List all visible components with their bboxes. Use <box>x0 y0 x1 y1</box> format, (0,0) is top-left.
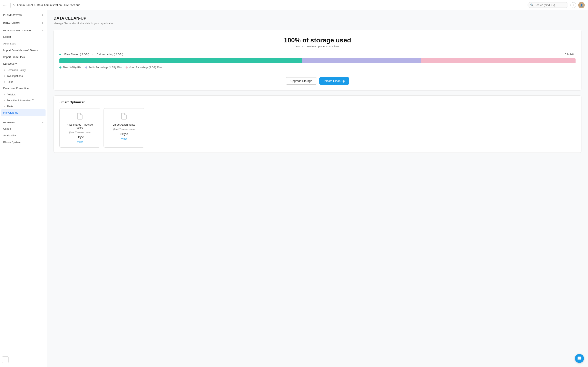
sidebar-section-reports-label: REPORTS <box>3 121 15 124</box>
sidebar-item-sensitive-info[interactable]: Sensitive Information T... <box>0 98 47 103</box>
sidebar-item-import-teams-label: Import From Microsoft Teams <box>3 49 38 52</box>
file-icon-large <box>120 113 128 122</box>
sidebar-item-sensitive-label: Sensitive Information T... <box>7 99 35 102</box>
sidebar-item-investigations[interactable]: Investigations <box>0 73 47 79</box>
sidebar-item-phone-system[interactable]: Phone System <box>0 139 47 146</box>
breakdown-files-dot <box>60 67 61 68</box>
chat-icon <box>577 356 582 361</box>
legend-bullet: • <box>93 53 94 56</box>
sidebar-item-import-slack[interactable]: Import From Slack <box>0 54 47 60</box>
sidebar-section-reports-toggle[interactable]: − <box>42 121 43 124</box>
sidebar-section-integration-toggle[interactable]: + <box>42 21 43 25</box>
sidebar-item-dlp[interactable]: Data Loss Prevention <box>0 85 47 92</box>
large-attachments-subtitle: (Last 2 weeks data) <box>113 128 135 131</box>
sidebar-section-data-admin: DATA ADMINISTRATION − <box>0 26 47 33</box>
topbar: ≡/... ⌂ Admin Panel > Data Administratio… <box>0 0 588 10</box>
bar-audio <box>302 58 421 63</box>
optimizer-title: Smart Optimizer <box>60 100 576 104</box>
large-attachments-view-link[interactable]: View <box>121 137 127 140</box>
large-attachments-title: Large Attachments <box>113 123 135 126</box>
sidebar-item-policies[interactable]: Policies <box>0 92 47 98</box>
sidebar-section-data-toggle[interactable]: − <box>42 29 43 32</box>
sidebar-item-audit-label: Audit Logs <box>3 42 16 45</box>
initiate-cleanup-button[interactable]: Initiate Clean-up <box>319 77 349 85</box>
layout: PHONE SYSTEM + INTEGRATION + DATA ADMINI… <box>0 10 588 367</box>
sidebar-item-import-slack-label: Import From Slack <box>3 55 25 58</box>
breadcrumb-root[interactable]: Admin Panel <box>17 3 33 7</box>
sidebar-item-file-cleanup[interactable]: File Cleanup <box>1 109 45 116</box>
sidebar-item-alerts[interactable]: Alerts <box>0 103 47 109</box>
avatar[interactable]: 👤 <box>578 2 585 8</box>
storage-bar <box>60 58 576 63</box>
sidebar-item-audit-logs[interactable]: Audit Logs <box>0 40 47 47</box>
sidebar: PHONE SYSTEM + INTEGRATION + DATA ADMINI… <box>0 10 47 367</box>
upgrade-storage-button[interactable]: Upgrade Storage <box>286 77 317 85</box>
sidebar-section-integration: INTEGRATION + <box>0 18 47 26</box>
breakdown-audio: Audio Recordings (1 GB) 23% <box>85 66 121 69</box>
storage-subtext: You can now free up your space here <box>60 45 576 48</box>
breakdown-video-dot <box>126 67 128 68</box>
breadcrumb-separator: > <box>34 3 36 7</box>
storage-percent: 100% of storage used <box>60 36 576 44</box>
breakdown-video: Video Recordings (2 GB) 30% <box>126 66 162 69</box>
sidebar-section-phone-toggle[interactable]: + <box>42 13 43 17</box>
large-attachments-value: 0 Byte <box>120 132 128 136</box>
breakdown-audio-dot <box>85 67 87 68</box>
sidebar-item-usage-label: Usage <box>3 127 11 130</box>
sidebar-section-data-label: DATA ADMINISTRATION <box>3 29 31 32</box>
breadcrumb-current: Data Administration - File Cleanup <box>37 3 80 7</box>
sidebar-item-phone-label: Phone System <box>3 141 21 144</box>
bar-video <box>421 58 576 63</box>
sidebar-item-export-label: Export <box>3 35 11 38</box>
sidebar-item-retention-policy[interactable]: Retention Policy <box>0 67 47 73</box>
breakdown-files-label: Files (3 GB) 47% <box>63 66 81 69</box>
storage-card: 100% of storage used You can now free up… <box>53 30 581 91</box>
sidebar-section-integration-label: INTEGRATION <box>3 22 20 24</box>
sidebar-item-policies-label: Policies <box>7 93 16 96</box>
files-dot <box>60 54 61 55</box>
call-recording-label: Call recording ( 2 GB ) <box>97 53 123 56</box>
storage-legend: Files Shared ( 3 GB ) • Call recording (… <box>60 53 576 56</box>
search-box[interactable]: 🔍 <box>527 2 568 8</box>
optimizer-section: Smart Optimizer Files shared - Inactive … <box>53 95 581 153</box>
inactive-users-subtitle: (Last 2 weeks data) <box>69 131 91 134</box>
collapse-icon: ← <box>4 358 7 361</box>
storage-actions: Upgrade Storage Initiate Clean-up <box>60 77 576 85</box>
sidebar-item-file-cleanup-label: File Cleanup <box>3 111 18 114</box>
search-icon: 🔍 <box>530 3 534 7</box>
sidebar-section-phone-system: PHONE SYSTEM + <box>0 10 47 18</box>
help-button[interactable]: ? <box>571 2 576 8</box>
search-input[interactable] <box>535 3 563 7</box>
chat-button[interactable] <box>575 354 584 363</box>
inactive-users-value: 0 Byte <box>76 135 84 139</box>
sidebar-item-ediscovery-label: EDiscovery <box>3 62 17 65</box>
optimizer-card-large-attachments: Large Attachments (Last 2 weeks data) 0 … <box>104 108 144 148</box>
page-subtitle: Manage files and optimize data in your o… <box>53 22 581 25</box>
home-icon[interactable]: ⌂ <box>13 3 15 7</box>
info-icon: ℹ <box>575 53 576 56</box>
app-logo: ≡/... <box>3 4 7 6</box>
sidebar-item-export[interactable]: Export <box>0 33 47 40</box>
sidebar-section-reports: REPORTS − <box>0 118 47 125</box>
sidebar-item-ediscovery[interactable]: EDiscovery <box>0 60 47 67</box>
sidebar-item-dlp-label: Data Loss Prevention <box>3 87 29 90</box>
sidebar-item-retention-label: Retention Policy <box>7 68 26 72</box>
storage-header: 100% of storage used You can now free up… <box>60 36 576 48</box>
storage-divider <box>60 73 576 73</box>
sidebar-item-availability-label: Availability <box>3 134 16 137</box>
collapse-sidebar-button[interactable]: ← <box>2 356 9 363</box>
breakdown-files: Files (3 GB) 47% <box>60 66 81 69</box>
percent-left: 0 % left ℹ <box>565 53 576 56</box>
breakdown-audio-label: Audio Recordings (1 GB) 23% <box>89 66 121 69</box>
inactive-users-view-link[interactable]: View <box>77 140 83 143</box>
storage-breakdown: Files (3 GB) 47% Audio Recordings (1 GB)… <box>60 66 576 69</box>
optimizer-card-inactive-users: Files shared - Inactive users (Last 2 we… <box>60 108 100 148</box>
sidebar-item-import-teams[interactable]: Import From Microsoft Teams <box>0 47 47 54</box>
sidebar-item-usage[interactable]: Usage <box>0 125 47 132</box>
sidebar-item-holds[interactable]: Holds <box>0 79 47 85</box>
help-icon: ? <box>572 3 574 7</box>
sidebar-section-phone-label: PHONE SYSTEM <box>3 14 22 16</box>
sidebar-item-holds-label: Holds <box>7 80 13 83</box>
sidebar-item-availability[interactable]: Availability <box>0 132 47 139</box>
files-shared-label: Files Shared ( 3 GB ) <box>64 53 89 56</box>
